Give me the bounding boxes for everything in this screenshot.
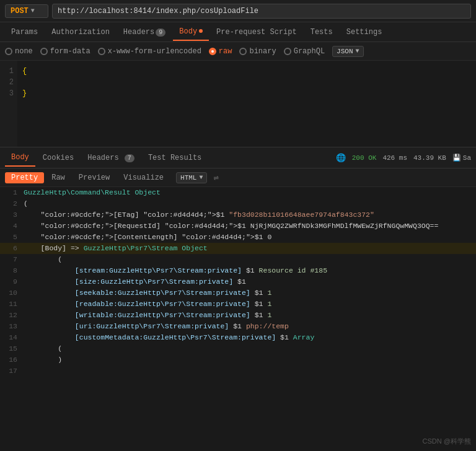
body-options-row: none form-data x-www-form-urlencoded raw… [0,42,476,61]
radio-urlencoded-dot [98,48,105,55]
view-options-row: Pretty Raw Preview Visualize HTML ▼ ⇌ [0,169,476,187]
radio-graphql[interactable]: GraphQL [284,47,325,56]
tab-prerequest[interactable]: Pre-request Script [210,24,303,40]
status-badge: 200 OK [352,154,377,162]
radio-formdata-dot [40,48,48,55]
method-label: POST [11,7,29,15]
tab-params[interactable]: Params [5,24,44,40]
radio-binary[interactable]: binary [239,47,276,56]
tab-tests[interactable]: Tests [304,24,339,40]
radio-urlencoded[interactable]: x-www-form-urlencoded [98,47,201,56]
view-raw[interactable]: Raw [45,172,71,183]
method-select[interactable]: POST ▼ [5,4,48,18]
tab-response-cookies[interactable]: Cookies [37,150,80,166]
body-dot [199,29,203,33]
request-tabs-row: Params Authorization Headers9 Body Pre-r… [0,22,476,42]
response-tabs-row: Body Cookies Headers 7 Test Results 🌐 20… [0,147,476,169]
tab-response-headers[interactable]: Headers 7 [81,150,141,166]
response-code-area: 1GuzzleHttp\Command\Result Object2(3 "co… [0,187,476,389]
method-chevron: ▼ [31,7,35,14]
view-pretty[interactable]: Pretty [5,172,44,183]
tab-response-body[interactable]: Body [5,149,35,167]
save-icon: 💾 [452,154,461,162]
response-scroll[interactable]: 1GuzzleHttp\Command\Result Object2(3 "co… [0,187,476,389]
response-size: 43.39 KB [413,154,446,162]
request-line-numbers: 1 2 3 [0,61,17,147]
tab-headers[interactable]: Headers9 [117,24,172,40]
tab-response-testresults[interactable]: Test Results [142,150,208,166]
radio-none[interactable]: none [5,47,33,56]
tab-body[interactable]: Body [173,24,209,41]
request-code-content[interactable]: { } [17,61,476,147]
response-meta: 🌐 200 OK 426 ms 43.39 KB 💾 Sa [336,153,471,163]
response-lines: 1GuzzleHttp\Command\Result Object2(3 "co… [0,187,476,377]
top-bar: POST ▼ [0,0,476,22]
url-input[interactable] [52,4,471,19]
radio-graphql-dot [284,48,291,55]
filter-icon[interactable]: ⇌ [213,172,218,183]
watermark: CSDN @科学熊 [423,437,471,446]
radio-raw[interactable]: raw [209,47,232,56]
request-code-editor[interactable]: 1 2 3 { } [0,61,476,147]
tab-settings[interactable]: Settings [340,24,389,40]
response-time: 426 ms [382,154,407,162]
radio-raw-dot [209,48,216,55]
response-container: Body Cookies Headers 7 Test Results 🌐 20… [0,147,476,389]
radio-formdata[interactable]: form-data [40,47,90,56]
view-preview[interactable]: Preview [73,172,116,183]
radio-none-dot [5,48,12,55]
response-format-select[interactable]: HTML ▼ [176,172,207,183]
tab-authorization[interactable]: Authorization [45,24,116,40]
radio-binary-dot [239,48,247,55]
save-response-button[interactable]: 💾 Sa [452,154,471,162]
view-visualize[interactable]: Visualize [117,172,170,183]
format-select[interactable]: JSON ▼ [332,46,363,57]
globe-icon: 🌐 [336,153,346,163]
